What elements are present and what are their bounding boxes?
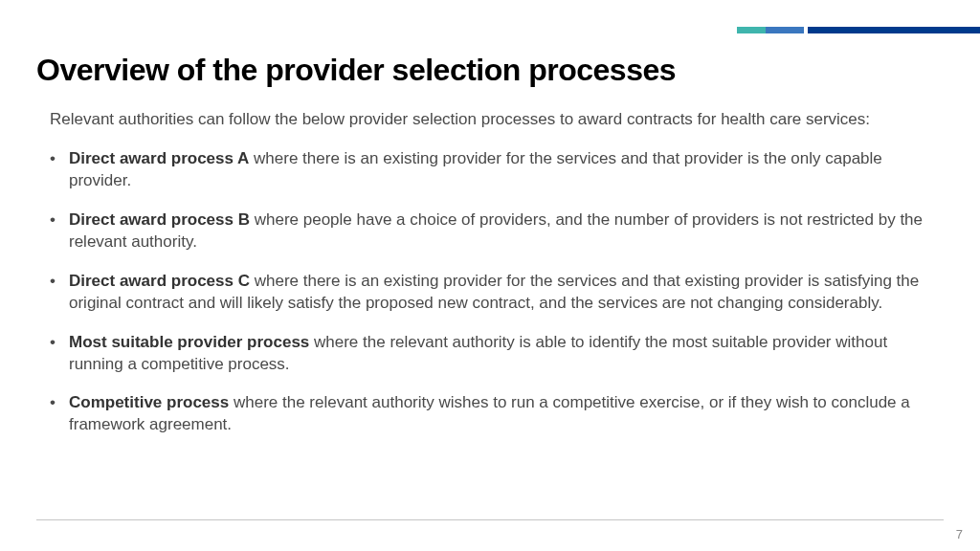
bullet-lead: Competitive process (69, 393, 229, 411)
accent-segment-darkblue (808, 27, 980, 33)
bullet-lead: Direct award process A (69, 149, 249, 167)
page-title: Overview of the provider selection proce… (36, 53, 944, 88)
list-item: Competitive process where the relevant a… (50, 392, 944, 436)
bottom-divider (36, 519, 944, 520)
list-item: Direct award process C where there is an… (50, 271, 944, 315)
list-item: Most suitable provider process where the… (50, 332, 944, 376)
list-item: Direct award process B where people have… (50, 209, 944, 253)
intro-text: Relevant authorities can follow the belo… (36, 109, 944, 131)
bullet-lead: Direct award process C (69, 272, 250, 290)
top-accent-bar (737, 27, 980, 33)
accent-segment-teal (737, 27, 766, 33)
process-list: Direct award process A where there is an… (36, 148, 944, 436)
slide-content: Overview of the provider selection proce… (0, 0, 980, 436)
bullet-lead: Direct award process B (69, 210, 250, 229)
accent-segment-medblue (766, 27, 804, 33)
page-number: 7 (956, 527, 963, 541)
list-item: Direct award process A where there is an… (50, 148, 944, 192)
bullet-lead: Most suitable provider process (69, 333, 309, 351)
